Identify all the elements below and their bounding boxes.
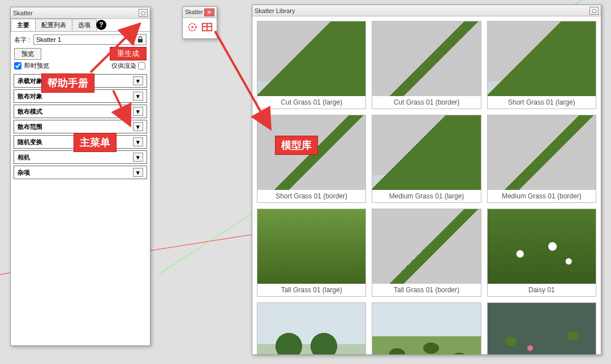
library-thumbnail	[372, 209, 480, 284]
section-scatter-range-label: 散布范围	[18, 123, 42, 131]
library-title: Skatter Library	[255, 7, 295, 14]
expand-icon[interactable]: ▾	[133, 76, 143, 85]
skatter-panel-title: Skatter	[13, 10, 33, 16]
library-item-label: Tall Grass 01 (large)	[257, 284, 365, 296]
render-only-checkbox[interactable]	[138, 62, 145, 70]
annotation-help-manual: 帮助手册	[41, 73, 94, 93]
library-item[interactable]: Bushes 01	[372, 302, 481, 354]
section-scatter-obj-label: 散布对象	[18, 92, 42, 101]
close-icon[interactable]: ✕	[204, 8, 214, 16]
skatter-panel-titlebar[interactable]: Skatter ▢	[11, 7, 150, 19]
tabs-bar: 主要 配置列表 选项 ?	[11, 19, 150, 32]
library-body: Cut Grass 01 (large) Cut Grass 01 (borde…	[252, 16, 601, 354]
section-misc-label: 杂项	[18, 168, 30, 177]
expand-icon[interactable]: ▾	[133, 92, 143, 101]
toolbar-title: Skatter	[185, 9, 203, 15]
name-lock-button[interactable]	[134, 34, 147, 45]
library-item[interactable]: Water lilies 01	[487, 302, 596, 354]
library-thumbnail	[488, 209, 596, 284]
instant-preview-checkbox[interactable]	[14, 62, 21, 70]
collapse-button[interactable]: ▢	[139, 9, 148, 17]
section-misc[interactable]: 杂项 ▾	[14, 166, 147, 179]
tab-config-list[interactable]: 配置列表	[35, 19, 72, 31]
library-tool-icon[interactable]	[200, 20, 214, 34]
help-icon[interactable]: ?	[96, 20, 106, 30]
render-only-label: 仅供渲染	[111, 62, 136, 70]
section-camera[interactable]: 相机 ▾	[14, 150, 147, 164]
library-item-label: Tall Grass 01 (border)	[372, 284, 480, 296]
library-thumbnail	[372, 21, 480, 96]
section-scatter-mode-label: 散布模式	[18, 107, 42, 116]
library-item[interactable]: Medium Grass 01 (large)	[372, 115, 481, 203]
section-host-label: 承载对象	[18, 77, 42, 85]
section-scatter-mode[interactable]: 散布模式 ▾	[14, 105, 147, 118]
library-item[interactable]: Medium Grass 01 (border)	[487, 115, 596, 203]
section-random-transform-label: 随机变换	[18, 138, 42, 146]
library-thumbnail	[257, 209, 365, 284]
expand-icon[interactable]: ▾	[133, 107, 143, 116]
expand-icon[interactable]: ▾	[133, 168, 143, 177]
expand-icon[interactable]: ▾	[133, 122, 143, 131]
skatter-main-panel: Skatter ▢ 主要 配置列表 选项 ? 名字 : 预览 重生成 即时预览 …	[10, 7, 150, 346]
skatter-toolbar: Skatter ✕	[182, 6, 217, 39]
panel-body: 名字 : 预览 重生成 即时预览 仅供渲染	[11, 32, 150, 72]
library-titlebar[interactable]: Skatter Library ▢	[252, 5, 601, 16]
library-item[interactable]: Tall Grass 01 (large)	[257, 209, 366, 297]
library-item-label: Daisy 01	[488, 284, 596, 296]
library-thumbnail	[488, 115, 596, 190]
annotation-model-library: 模型库	[275, 136, 318, 155]
library-item[interactable]: Daisy 01	[487, 209, 596, 297]
annotation-main-menu: 主菜单	[74, 133, 117, 152]
library-item[interactable]: Trees 01	[257, 302, 366, 354]
name-label: 名字 :	[14, 36, 33, 44]
regenerate-button[interactable]: 重生成	[110, 47, 147, 60]
library-item[interactable]: Short Grass 01 (large)	[487, 21, 596, 109]
library-item-label: Medium Grass 01 (large)	[372, 190, 480, 202]
expand-icon[interactable]: ▾	[133, 137, 143, 146]
library-item[interactable]: Short Grass 01 (border)	[257, 115, 366, 203]
library-item-label: Short Grass 01 (large)	[488, 96, 596, 109]
skatter-library-panel: Skatter Library ▢ Cut Grass 01 (large) C…	[252, 5, 601, 355]
library-item-label: Cut Grass 01 (border)	[372, 96, 480, 109]
preview-button[interactable]: 预览	[14, 48, 41, 60]
section-scatter-range[interactable]: 散布范围 ▾	[14, 120, 147, 133]
section-camera-label: 相机	[18, 153, 30, 162]
library-thumbnail	[372, 115, 480, 190]
name-input[interactable]	[33, 34, 133, 45]
library-item[interactable]: Cut Grass 01 (border)	[372, 21, 481, 109]
expand-icon[interactable]: ▾	[133, 153, 143, 162]
svg-point-1	[191, 26, 193, 28]
collapse-button[interactable]: ▢	[590, 7, 599, 15]
library-item-label: Cut Grass 01 (large)	[257, 96, 365, 109]
library-thumbnail	[257, 303, 365, 354]
library-thumbnail	[372, 303, 480, 354]
scatter-tool-icon[interactable]	[186, 20, 199, 34]
library-thumbnail	[488, 21, 596, 96]
library-item[interactable]: Cut Grass 01 (large)	[257, 21, 366, 109]
toolbar-titlebar[interactable]: Skatter ✕	[183, 7, 217, 18]
library-thumbnail	[488, 303, 596, 354]
library-item-label: Short Grass 01 (border)	[257, 190, 365, 202]
library-item[interactable]: Tall Grass 01 (border)	[372, 209, 481, 297]
tab-main[interactable]: 主要	[11, 19, 36, 31]
instant-preview-label: 即时预览	[24, 62, 49, 70]
library-thumbnail	[257, 21, 365, 96]
tab-options[interactable]: 选项	[72, 19, 97, 31]
library-item-label: Medium Grass 01 (border)	[488, 190, 596, 202]
